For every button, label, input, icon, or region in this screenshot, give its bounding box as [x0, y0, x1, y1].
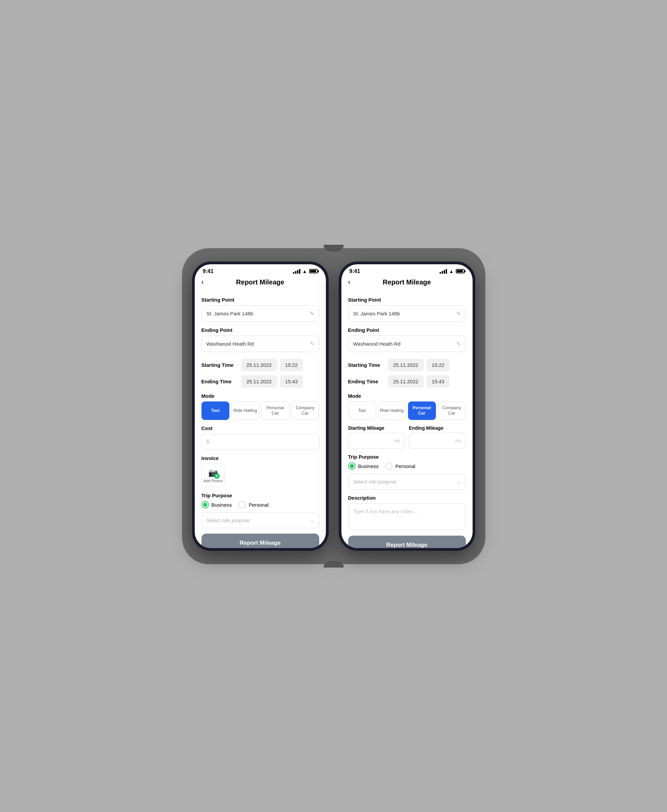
ending-time-label-right: Ending Time: [348, 379, 385, 384]
description-input-right[interactable]: Type if you have any notes...: [348, 503, 466, 530]
cost-label-left: Cost: [201, 425, 319, 431]
report-mileage-btn-left[interactable]: Report Mileage: [201, 534, 319, 548]
phone-right-device: 9:41 ▲ ‹ Report Mileage: [339, 262, 475, 551]
page-title-left: Report Mileage: [236, 278, 284, 286]
add-photos-label-left: Add Photos: [204, 479, 223, 483]
starting-point-input-right[interactable]: St. James Park 148b ✎: [348, 305, 466, 322]
ending-mileage-input[interactable]: mi: [409, 433, 466, 449]
starting-time-row-left: Starting Time 25.11.2022 15:22: [201, 359, 319, 371]
signal-icon-right: [440, 269, 447, 274]
mode-label-left: Mode: [201, 393, 319, 399]
status-icons-right: ▲: [440, 268, 465, 274]
mode-personal-car-right[interactable]: Personal Car: [408, 401, 436, 420]
mileage-row-right: Starting Mileage mi Ending Mileage mi: [348, 425, 466, 449]
mode-ride-hailing-right[interactable]: Ride Hailing: [378, 401, 406, 420]
starting-mileage-field: Starting Mileage mi: [348, 425, 405, 449]
ending-point-label-left: Ending Point: [201, 327, 319, 333]
ride-purpose-dropdown-left[interactable]: Select ride purpose ⌄: [201, 512, 319, 528]
select-placeholder-right: Select ride purpose: [353, 479, 397, 484]
phone-right-screen: 9:41 ▲ ‹ Report Mileage: [342, 264, 473, 548]
edit-icon-ending-left[interactable]: ✎: [310, 341, 314, 347]
invoice-section-left: Invoice 📷 + Add Photos: [201, 455, 319, 487]
mode-section-right: Mode Taxi Ride Hailing Personal Car Comp…: [348, 393, 466, 420]
radio-personal-left[interactable]: Personal: [239, 501, 269, 509]
mode-personal-car-left[interactable]: Personal Car: [261, 401, 289, 420]
signal-icon: [293, 269, 300, 274]
starting-date-btn-left[interactable]: 25.11.2022: [241, 359, 277, 371]
status-time-left: 9:41: [203, 268, 214, 274]
page-title-right: Report Mileage: [383, 278, 431, 286]
radio-row-left: Business Personal: [201, 501, 319, 509]
phone-left-device: 9:41 ▲ ‹ Report Mileage: [192, 262, 329, 551]
mode-company-car-left[interactable]: Company Car: [291, 401, 319, 420]
radio-dot-business-left: [203, 503, 207, 507]
starting-mileage-label: Starting Mileage: [348, 425, 405, 431]
mode-taxi-right[interactable]: Taxi: [348, 401, 376, 420]
starting-point-input-left[interactable]: St. James Park 148b ✎: [201, 305, 319, 322]
radio-business-label-left: Business: [212, 502, 232, 508]
trip-purpose-label-left: Trip Purpose: [201, 492, 319, 498]
starting-point-label-right: Starting Point: [348, 297, 466, 303]
battery-icon: [309, 269, 318, 273]
status-bar-left: 9:41 ▲: [195, 264, 326, 276]
starting-time-btn-left[interactable]: 15:22: [280, 359, 304, 371]
radio-personal-right[interactable]: Personal: [385, 462, 415, 470]
mode-buttons-left: Taxi Ride Hailing Personal Car Company C…: [201, 401, 319, 420]
trip-purpose-section-left: Trip Purpose Business Personal: [201, 492, 319, 528]
back-button-right[interactable]: ‹: [348, 278, 350, 287]
report-mileage-btn-right[interactable]: Report Mileage: [348, 535, 466, 548]
ending-point-input-left[interactable]: Washwood Heath Rd ✎: [201, 336, 319, 352]
edit-icon-ending-right[interactable]: ✎: [456, 341, 461, 347]
ending-point-value-right: Washwood Heath Rd: [353, 341, 456, 346]
ending-mileage-label: Ending Mileage: [409, 425, 466, 431]
radio-circle-personal-left: [239, 501, 246, 509]
phone-content-left: Starting Point St. James Park 148b ✎ End…: [195, 292, 326, 548]
starting-date-btn-right[interactable]: 25.11.2022: [388, 359, 424, 371]
nav-header-left: ‹ Report Mileage: [195, 276, 326, 292]
radio-personal-label-left: Personal: [249, 502, 269, 508]
radio-row-right: Business Personal: [348, 462, 466, 470]
ending-date-btn-right[interactable]: 25.11.2022: [388, 375, 424, 388]
status-time-right: 9:41: [350, 268, 360, 274]
mode-section-left: Mode Taxi Ride Hailing Personal Car Comp…: [201, 393, 319, 420]
ending-time-btn-right[interactable]: 15:43: [426, 375, 450, 388]
starting-time-label-right: Starting Time: [348, 362, 385, 368]
radio-circle-business-right: [348, 462, 355, 470]
radio-business-right[interactable]: Business: [348, 462, 379, 470]
invoice-label-left: Invoice: [201, 455, 319, 461]
starting-point-value-right: St. James Park 148b: [353, 311, 456, 317]
ending-time-label-left: Ending Time: [201, 379, 239, 384]
add-photo-btn-left[interactable]: 📷 + Add Photos: [201, 464, 225, 487]
cost-currency-left: $: [207, 439, 209, 445]
radio-circle-personal-right: [385, 462, 393, 470]
chevron-down-icon-left: ⌄: [310, 518, 314, 523]
edit-icon-starting-right[interactable]: ✎: [456, 310, 461, 317]
phone-left-screen: 9:41 ▲ ‹ Report Mileage: [195, 264, 326, 548]
mode-company-car-right[interactable]: Company Car: [438, 401, 466, 420]
mode-ride-hailing-left[interactable]: Ride Hailing: [231, 401, 259, 420]
ending-time-row-right: Ending Time 25.11.2022 15:43: [348, 375, 466, 388]
chevron-down-icon-right: ⌄: [457, 479, 461, 484]
starting-mileage-unit: mi: [395, 438, 400, 444]
mode-label-right: Mode: [348, 393, 466, 399]
status-icons-left: ▲: [293, 268, 318, 274]
starting-point-value-left: St. James Park 148b: [207, 311, 310, 317]
mode-taxi-left[interactable]: Taxi: [201, 401, 229, 420]
back-button-left[interactable]: ‹: [201, 278, 204, 287]
ending-point-input-right[interactable]: Washwood Heath Rd ✎: [348, 336, 466, 352]
starting-point-label-left: Starting Point: [201, 297, 319, 303]
starting-time-btn-right[interactable]: 15:22: [426, 359, 450, 371]
cost-input-left[interactable]: $: [201, 434, 319, 450]
starting-time-label-left: Starting Time: [201, 362, 239, 368]
wifi-icon: ▲: [302, 268, 307, 274]
ending-time-row-left: Ending Time 25.11.2022 15:43: [201, 375, 319, 388]
status-bar-right: 9:41 ▲: [342, 264, 473, 276]
ride-purpose-dropdown-right[interactable]: Select ride purpose ⌄: [348, 474, 466, 490]
radio-business-left[interactable]: Business: [201, 501, 232, 509]
starting-mileage-input[interactable]: mi: [348, 433, 405, 449]
ending-date-btn-left[interactable]: 25.11.2022: [241, 375, 277, 388]
phone-content-right: Starting Point St. James Park 148b ✎ End…: [342, 292, 473, 548]
nav-header-right: ‹ Report Mileage: [342, 276, 473, 292]
edit-icon-starting-left[interactable]: ✎: [310, 310, 314, 317]
ending-time-btn-left[interactable]: 15:43: [280, 375, 304, 388]
